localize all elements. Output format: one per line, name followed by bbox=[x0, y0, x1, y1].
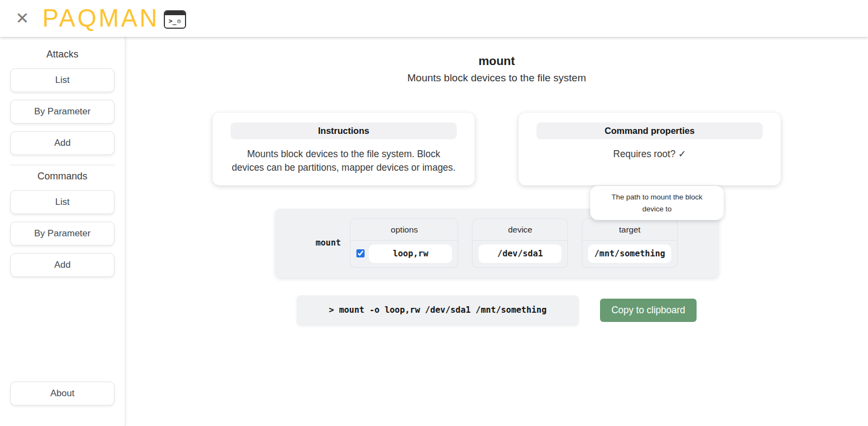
command-name-label: mount bbox=[316, 238, 341, 248]
target-value-input[interactable]: /mnt/something bbox=[588, 244, 671, 263]
sidebar-item-attacks-add[interactable]: Add bbox=[10, 131, 114, 155]
app-logo: PAQMAN bbox=[42, 4, 159, 33]
parameter-card-options: options loop,rw bbox=[350, 218, 458, 268]
close-menu-icon[interactable]: ✕ bbox=[10, 6, 35, 31]
parameter-tooltip: The path to mount the block device to bbox=[590, 186, 724, 220]
requires-root-status: Requires root? ✓ bbox=[537, 147, 763, 161]
info-cards-row: Instructions Mounts block devices to the… bbox=[125, 113, 868, 185]
sidebar-item-commands-by-parameter[interactable]: By Parameter bbox=[10, 222, 114, 246]
parameter-header-device: device bbox=[473, 219, 567, 241]
sidebar-heading-commands: Commands bbox=[0, 171, 125, 182]
main-content: mount Mounts block devices to the file s… bbox=[125, 37, 868, 426]
output-row: > mount -o loop,rw /dev/sda1 /mnt/someth… bbox=[125, 295, 868, 325]
parameter-header-target: target bbox=[582, 219, 677, 241]
parameter-header-options: options bbox=[350, 219, 458, 241]
sidebar-item-attacks-list[interactable]: List bbox=[10, 68, 114, 92]
generated-command-output: > mount -o loop,rw /dev/sda1 /mnt/someth… bbox=[297, 295, 579, 325]
page-title: mount bbox=[125, 54, 868, 68]
sidebar-item-commands-add[interactable]: Add bbox=[10, 253, 114, 277]
terminal-icon-titlebar bbox=[165, 11, 185, 15]
sidebar-divider bbox=[10, 165, 115, 165]
device-value-input[interactable]: /dev/sda1 bbox=[478, 244, 561, 263]
sidebar: Attacks List By Parameter Add Commands L… bbox=[0, 37, 125, 426]
sidebar-item-attacks-by-parameter[interactable]: By Parameter bbox=[10, 100, 114, 124]
instructions-card-header: Instructions bbox=[231, 122, 457, 139]
parameter-card-target: target /mnt/something bbox=[582, 218, 678, 268]
instructions-card-body: Mounts block devices to the file system.… bbox=[231, 147, 457, 175]
instructions-card: Instructions Mounts block devices to the… bbox=[213, 113, 475, 185]
copy-to-clipboard-button[interactable]: Copy to clipboard bbox=[600, 299, 697, 322]
command-properties-card-header: Command properties bbox=[537, 122, 763, 139]
sidebar-heading-attacks: Attacks bbox=[0, 49, 125, 60]
top-bar: ✕ PAQMAN >_⚙ bbox=[0, 0, 868, 37]
parameter-card-device: device /dev/sda1 bbox=[472, 218, 568, 268]
terminal-icon-prompt: >_ bbox=[169, 17, 176, 25]
command-properties-card: Command properties Requires root? ✓ bbox=[519, 113, 781, 185]
sidebar-item-about[interactable]: About bbox=[10, 382, 114, 405]
page-subtitle: Mounts block devices to the file system bbox=[125, 72, 868, 84]
gear-icon: ⚙ bbox=[177, 17, 181, 25]
terminal-icon: >_⚙ bbox=[164, 10, 186, 29]
options-value-input[interactable]: loop,rw bbox=[369, 244, 452, 263]
options-enabled-checkbox[interactable] bbox=[356, 249, 365, 257]
sidebar-item-commands-list[interactable]: List bbox=[10, 190, 114, 214]
